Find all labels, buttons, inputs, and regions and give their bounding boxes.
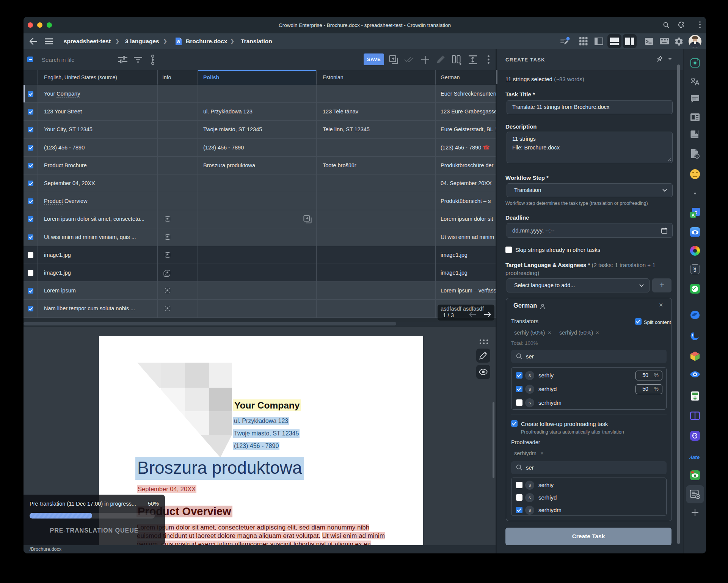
svg-text:W: W	[177, 40, 180, 44]
svg-text:A: A	[692, 213, 695, 217]
svg-text:t: t	[692, 333, 693, 337]
